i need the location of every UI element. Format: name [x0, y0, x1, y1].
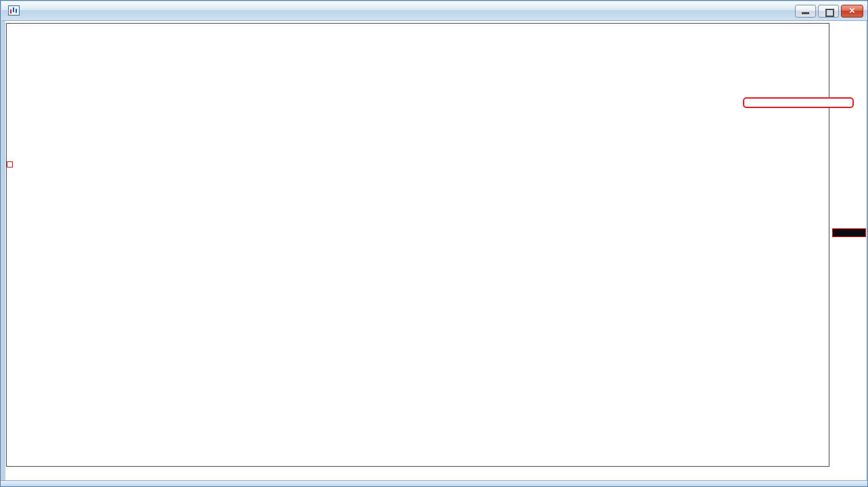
object-anchor-handle[interactable] — [7, 161, 13, 168]
chart-ohlc-header — [9, 26, 34, 36]
mt4-chart-window: ✕ — [0, 0, 868, 487]
current-price-label — [832, 228, 866, 237]
annotation-text-box[interactable] — [743, 97, 854, 108]
price-chart-canvas[interactable] — [1, 1, 868, 487]
window-bottom-frame — [1, 480, 868, 487]
